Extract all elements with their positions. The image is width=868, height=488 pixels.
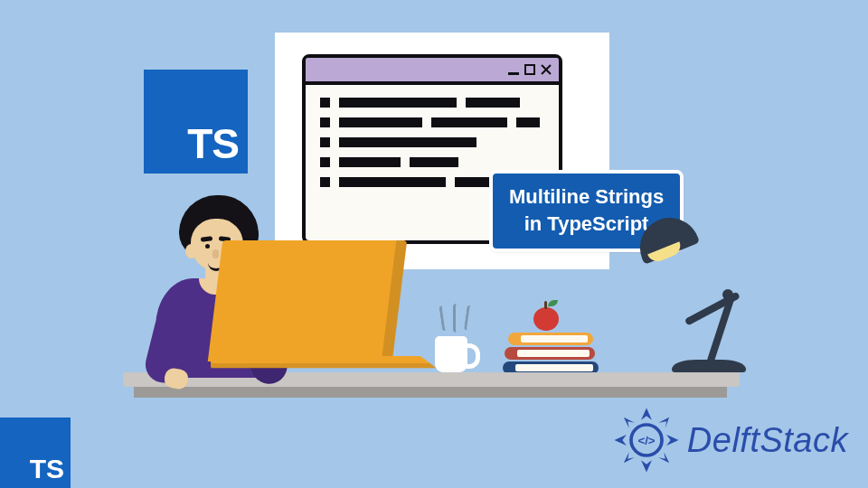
brand: </> DelftStack bbox=[613, 407, 848, 474]
code-line bbox=[320, 157, 544, 167]
bullet-icon bbox=[320, 98, 330, 108]
apple-icon bbox=[533, 307, 559, 331]
code-bar bbox=[466, 98, 520, 108]
typescript-logo-main: TS bbox=[144, 70, 248, 174]
person-ear bbox=[185, 244, 197, 258]
hero-illustration: TS Multiline Strings in TypeScript bbox=[0, 0, 868, 488]
typescript-logo-corner: TS bbox=[0, 418, 71, 488]
code-bar bbox=[339, 157, 401, 167]
book-top bbox=[508, 333, 593, 345]
code-bar bbox=[431, 117, 507, 127]
svg-marker-0 bbox=[641, 408, 652, 419]
code-bar bbox=[339, 117, 422, 127]
code-bar bbox=[516, 117, 540, 127]
coffee-mug bbox=[435, 336, 467, 372]
svg-marker-3 bbox=[614, 435, 626, 446]
brand-name: DelftStack bbox=[687, 421, 848, 460]
code-bar bbox=[339, 137, 476, 147]
window-close-icon bbox=[541, 64, 552, 75]
svg-marker-5 bbox=[658, 452, 669, 463]
desk-lamp bbox=[636, 217, 762, 376]
svg-marker-4 bbox=[658, 418, 669, 428]
code-bar bbox=[410, 157, 458, 167]
person-eye-left bbox=[205, 244, 210, 249]
ts-label: TS bbox=[187, 119, 239, 168]
bullet-icon bbox=[320, 157, 330, 167]
bullet-icon bbox=[320, 177, 330, 187]
code-bar bbox=[339, 98, 457, 108]
code-line bbox=[320, 117, 544, 127]
ts-label: TS bbox=[30, 454, 64, 484]
laptop-screen bbox=[208, 240, 407, 361]
svg-marker-2 bbox=[641, 460, 652, 472]
lamp-base bbox=[672, 360, 746, 372]
window-minimize-icon bbox=[508, 72, 519, 75]
code-line bbox=[320, 137, 544, 147]
code-line bbox=[320, 98, 544, 108]
svg-marker-1 bbox=[666, 435, 678, 446]
book-middle bbox=[505, 347, 595, 360]
laptop bbox=[212, 240, 419, 383]
code-bar bbox=[339, 177, 446, 187]
window-maximize-icon bbox=[524, 64, 535, 75]
svg-marker-6 bbox=[624, 452, 635, 463]
svg-marker-7 bbox=[624, 418, 635, 428]
window-titlebar bbox=[306, 58, 559, 85]
steam-icon bbox=[440, 304, 473, 333]
svg-text:</>: </> bbox=[637, 434, 655, 447]
bullet-icon bbox=[320, 117, 330, 127]
laptop-base bbox=[211, 356, 437, 368]
brand-mark-icon: </> bbox=[613, 407, 680, 474]
callout-line1: Multiline Strings bbox=[509, 183, 664, 211]
book-stack bbox=[503, 331, 600, 374]
bullet-icon bbox=[320, 137, 330, 147]
desk-edge bbox=[134, 387, 727, 398]
